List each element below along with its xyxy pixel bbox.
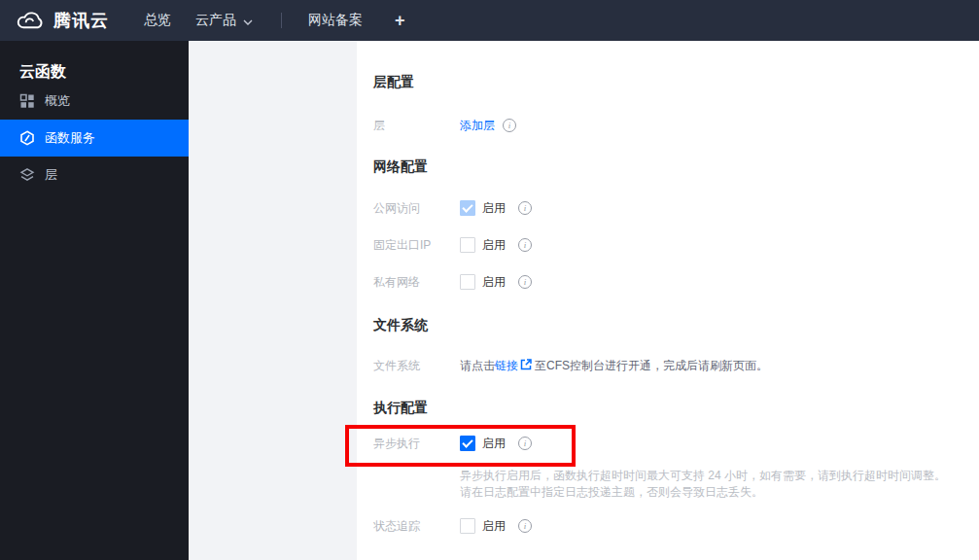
field-label: 私有网络 (373, 274, 460, 291)
info-icon[interactable] (518, 437, 532, 450)
sidebar-item-label: 层 (45, 166, 57, 184)
secondary-panel (189, 41, 357, 560)
field-label: 层 (373, 118, 460, 134)
cfs-console-link[interactable]: 链接 (495, 358, 518, 374)
external-link-icon (520, 359, 532, 373)
async-execution-description: 异步执行启用后，函数执行超时时间最大可支持 24 小时，如有需要，请到执行超时时… (460, 468, 979, 501)
function-config-form: 层配置 层 添加层 网络配置 公网访问 启用 固定出口IP 启用 (357, 41, 979, 560)
sidebar-item-overview[interactable]: 概览 (0, 83, 189, 120)
sidebar: 云函数 概览 函数服务 (0, 41, 189, 560)
async-execution-checkbox[interactable] (460, 436, 475, 451)
add-tab-button[interactable]: + (395, 11, 405, 31)
checkbox-label: 启用 (482, 200, 506, 217)
checkbox-label: 启用 (482, 518, 506, 535)
field-label: 公网访问 (373, 200, 460, 217)
sidebar-item-label: 概览 (45, 92, 70, 110)
chevron-down-icon (243, 13, 253, 28)
function-hexagon-icon (19, 130, 35, 146)
form-row-layer: 层 添加层 (373, 116, 979, 135)
public-access-checkbox[interactable] (460, 200, 475, 216)
add-layer-link[interactable]: 添加层 (460, 118, 495, 134)
brand[interactable]: 腾讯云 (15, 9, 109, 32)
section-heading-layer-config: 层配置 (373, 73, 979, 90)
form-row-async-execution: 异步执行 启用 (373, 434, 979, 453)
layers-icon (19, 167, 35, 183)
filesystem-hint-after: 至CFS控制台进行开通，完成后请刷新页面。 (535, 358, 768, 374)
checkbox-label: 启用 (482, 274, 506, 291)
description-line: 请在日志配置中指定日志投递主题，否则会导致日志丢失。 (460, 484, 979, 501)
topbar: 腾讯云 总览 云产品 网站备案 + (0, 0, 979, 41)
sidebar-item-label: 函数服务 (45, 129, 95, 147)
private-network-checkbox[interactable] (460, 274, 475, 290)
checkbox-label: 启用 (482, 436, 506, 452)
sidebar-title: 云函数 (0, 41, 189, 83)
brand-name: 腾讯云 (53, 9, 109, 32)
sidebar-item-function-service[interactable]: 函数服务 (0, 120, 189, 157)
fixed-egress-ip-checkbox[interactable] (460, 237, 475, 253)
tencent-cloud-logo-icon (15, 10, 45, 31)
nav-icp-filing[interactable]: 网站备案 (308, 12, 363, 29)
nav-cloud-products[interactable]: 云产品 (195, 12, 253, 29)
field-label: 状态追踪 (373, 518, 460, 535)
checkbox-label: 启用 (482, 237, 506, 254)
info-icon[interactable] (518, 275, 532, 289)
field-label: 固定出口IP (373, 237, 460, 254)
nav-divider (281, 13, 282, 28)
top-navigation: 总览 云产品 网站备案 + (144, 11, 405, 31)
form-row-private-network: 私有网络 启用 (373, 272, 979, 292)
info-icon[interactable] (503, 119, 516, 132)
section-heading-network-config: 网络配置 (373, 158, 979, 175)
form-row-public-access: 公网访问 启用 (373, 198, 979, 218)
section-heading-file-system: 文件系统 (373, 316, 979, 333)
nav-overview[interactable]: 总览 (144, 12, 171, 29)
info-icon[interactable] (518, 238, 532, 252)
description-line: 异步执行启用后，函数执行超时时间最大可支持 24 小时，如有需要，请到执行超时时… (460, 468, 979, 484)
grid-icon (19, 93, 35, 109)
form-row-status-trace: 状态追踪 启用 (373, 516, 979, 536)
filesystem-hint-before: 请点击 (460, 358, 495, 374)
field-label: 异步执行 (373, 436, 460, 452)
info-icon[interactable] (518, 519, 532, 533)
sidebar-item-layers[interactable]: 层 (0, 157, 189, 193)
form-row-file-system: 文件系统 请点击链接 至CFS控制台进行开通，完成后请刷新页面。 (373, 356, 979, 375)
form-row-fixed-egress-ip: 固定出口IP 启用 (373, 235, 979, 255)
section-heading-execution-config: 执行配置 (373, 399, 979, 416)
status-trace-checkbox[interactable] (460, 518, 475, 534)
info-icon[interactable] (518, 201, 532, 215)
field-label: 文件系统 (373, 358, 460, 374)
